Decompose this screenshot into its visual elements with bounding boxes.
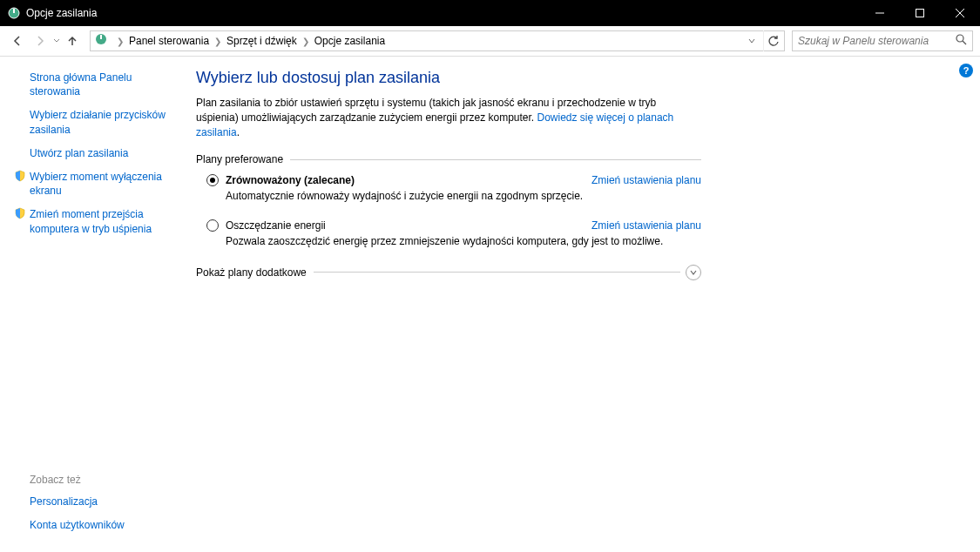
sidebar: Strona główna Panelu sterowania Wybierz … (0, 57, 187, 552)
svg-rect-3 (916, 10, 924, 17)
minimize-button[interactable] (860, 0, 900, 26)
additional-plans-header[interactable]: Pokaż plany dodatkowe (196, 265, 701, 280)
sidebar-link-sleep[interactable]: Zmień moment przejścia komputera w tryb … (30, 207, 179, 235)
plan-name[interactable]: Oszczędzanie energii (226, 219, 591, 232)
separator (290, 159, 701, 160)
plan-description: Automatycznie równoważy wydajność i zuży… (226, 189, 701, 204)
see-also-label: Zobacz też (30, 474, 179, 486)
change-plan-link[interactable]: Zmień ustawienia planu (591, 219, 701, 232)
search-input[interactable] (798, 35, 956, 47)
maximize-button[interactable] (900, 0, 940, 26)
chevron-right-icon[interactable]: ❯ (213, 37, 223, 46)
chevron-down-icon[interactable] (686, 265, 701, 280)
section-title: Pokaż plany dodatkowe (196, 266, 314, 279)
power-options-icon (94, 32, 112, 50)
svg-rect-7 (100, 35, 102, 39)
svg-point-8 (956, 35, 963, 42)
sidebar-link-display-off[interactable]: Wybierz moment wyłączenia ekranu (30, 170, 179, 198)
plan-radio-power-saver[interactable] (206, 219, 219, 232)
help-icon[interactable]: ? (959, 64, 973, 77)
search-icon[interactable] (956, 34, 967, 48)
close-button[interactable] (940, 0, 980, 26)
shield-icon (14, 207, 30, 223)
plan-name[interactable]: Zrównoważony (zalecane) (226, 174, 591, 186)
breadcrumb-item[interactable]: Sprzęt i dźwięk (223, 35, 301, 47)
plan-balanced: Zrównoważony (zalecane) Zmień ustawienia… (206, 174, 701, 204)
navbar: ❯ Panel sterowania ❯ Sprzęt i dźwięk ❯ O… (0, 26, 980, 57)
sidebar-item-label: Personalizacja (30, 495, 98, 508)
shield-icon (14, 170, 30, 185)
change-plan-link[interactable]: Zmień ustawienia planu (591, 174, 701, 186)
search-box[interactable] (792, 30, 973, 51)
sidebar-item-label: Wybierz moment wyłączenia ekranu (30, 170, 179, 198)
sidebar-link-personalization[interactable]: Personalizacja (30, 495, 179, 508)
body: ? Strona główna Panelu sterowania Wybier… (0, 57, 980, 552)
plan-power-saver: Oszczędzanie energii Zmień ustawienia pl… (206, 219, 701, 249)
control-panel-home-link[interactable]: Strona główna Panelu sterowania (30, 71, 179, 98)
address-dropdown[interactable] (747, 37, 760, 45)
plan-radio-balanced[interactable] (206, 174, 219, 186)
back-button[interactable] (7, 30, 28, 51)
sidebar-item-label: Konta użytkowników (30, 518, 125, 532)
chevron-right-icon[interactable]: ❯ (301, 37, 311, 46)
sidebar-link-user-accounts[interactable]: Konta użytkowników (30, 518, 179, 532)
sidebar-link-button-actions[interactable]: Wybierz działanie przycisków zasilania (30, 108, 179, 136)
sidebar-item-label: Utwórz plan zasilania (30, 146, 128, 160)
svg-rect-1 (13, 9, 15, 13)
window-controls (860, 0, 980, 26)
power-options-icon (7, 6, 21, 20)
history-dropdown-icon[interactable] (53, 37, 60, 45)
sidebar-item-label: Wybierz działanie przycisków zasilania (30, 108, 179, 136)
section-title: Plany preferowane (196, 153, 290, 165)
forward-button[interactable] (30, 30, 51, 51)
titlebar: Opcje zasilania (0, 0, 980, 26)
plan-description: Pozwala zaoszczędzić energię przez zmnie… (226, 234, 701, 249)
sidebar-item-label: Strona główna Panelu sterowania (30, 71, 179, 98)
page-title: Wybierz lub dostosuj plan zasilania (196, 69, 701, 87)
window-title: Opcje zasilania (26, 7, 860, 19)
svg-line-9 (963, 41, 966, 44)
preferred-plans-header: Plany preferowane (196, 153, 701, 165)
breadcrumb-item[interactable]: Opcje zasilania (311, 35, 389, 47)
sidebar-item-label: Zmień moment przejścia komputera w tryb … (30, 207, 179, 235)
breadcrumb: ❯ Panel sterowania ❯ Sprzęt i dźwięk ❯ O… (115, 35, 747, 47)
breadcrumb-item[interactable]: Panel sterowania (125, 35, 213, 47)
content: Wybierz lub dostosuj plan zasilania Plan… (187, 57, 719, 552)
separator (314, 272, 680, 273)
page-description: Plan zasilania to zbiór ustawień sprzętu… (196, 96, 701, 139)
chevron-right-icon[interactable]: ❯ (115, 37, 125, 46)
up-button[interactable] (62, 30, 83, 51)
address-bar[interactable]: ❯ Panel sterowania ❯ Sprzęt i dźwięk ❯ O… (90, 30, 785, 51)
refresh-button[interactable] (763, 30, 784, 51)
sidebar-link-create-plan[interactable]: Utwórz plan zasilania (30, 146, 179, 160)
